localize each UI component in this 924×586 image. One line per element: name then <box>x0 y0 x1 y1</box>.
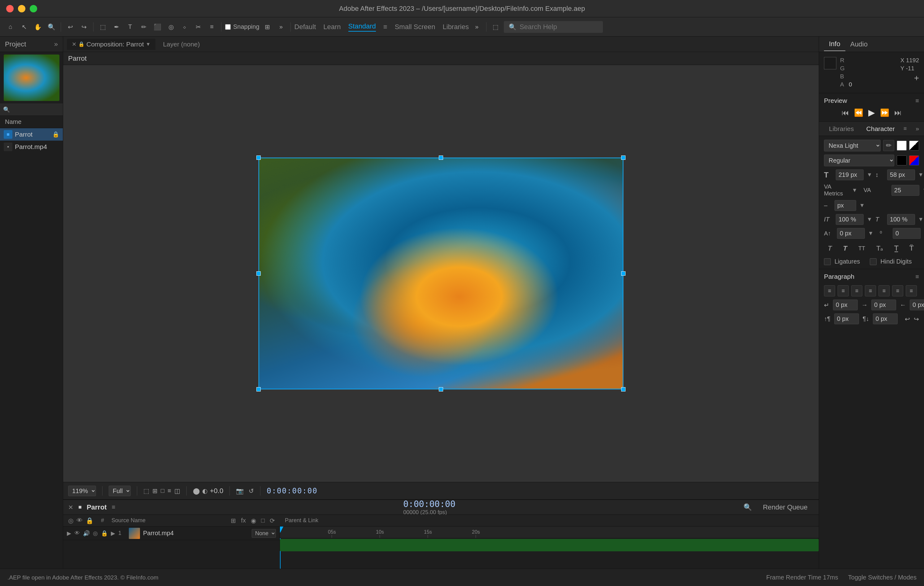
text-color-fill[interactable] <box>909 155 919 165</box>
dash-value[interactable]: px <box>835 200 856 211</box>
eraser-tool[interactable]: ◎ <box>165 21 177 33</box>
para-rtl2-icon[interactable]: ↪ <box>914 315 919 323</box>
info-color-swatch-main[interactable] <box>824 57 837 69</box>
text-color-black[interactable] <box>897 155 907 165</box>
workspace-more[interactable]: » <box>471 21 482 33</box>
tracking-arrow[interactable]: ▼ <box>922 187 924 193</box>
paragraph-menu-icon[interactable]: ≡ <box>915 273 919 280</box>
h-scale-value[interactable]: 100 % <box>836 214 864 225</box>
handle-top-left[interactable] <box>256 155 261 160</box>
project-expand[interactable]: » <box>54 40 58 48</box>
play-btn[interactable]: ▶ <box>868 107 875 118</box>
tl-solo-icon[interactable]: ◎ <box>68 517 73 524</box>
composition-viewer[interactable] <box>63 65 819 482</box>
tl-av-icon[interactable]: ⊞ <box>231 517 236 524</box>
rectangle-tool[interactable]: ⬚ <box>97 21 108 33</box>
tl-3d-icon[interactable]: □ <box>261 517 265 524</box>
comp-tab-menu-icon[interactable]: ▼ <box>146 41 151 47</box>
para-justify-center[interactable]: ≡ <box>878 285 889 296</box>
project-search-input[interactable] <box>10 106 60 113</box>
handle-mid-left[interactable] <box>256 271 261 276</box>
search-help-input[interactable] <box>520 23 598 31</box>
toggle-safe-zones-icon[interactable]: ◫ <box>174 487 180 495</box>
baseline-value[interactable]: 0 px <box>837 228 865 239</box>
style-bold[interactable]: T <box>839 243 851 254</box>
preview-menu-icon[interactable]: ≡ <box>915 97 919 104</box>
text-color-white[interactable] <box>897 140 907 150</box>
redo-tool[interactable]: ↪ <box>78 21 89 33</box>
tl-lock-track-icon[interactable]: 🔒 <box>101 530 108 537</box>
para-rtl-icon[interactable]: ↩ <box>905 315 910 323</box>
quality-select[interactable]: Full <box>109 486 131 496</box>
h-scale-arrow[interactable]: ▼ <box>867 216 872 223</box>
tl-shy-icon[interactable]: 👁 <box>76 517 82 524</box>
viewer-options[interactable]: ⬚ <box>490 21 501 33</box>
tl-close-icon[interactable]: ✕ <box>68 503 73 511</box>
tl-expand-icon[interactable]: ▶ <box>67 530 71 537</box>
para-justify-all[interactable]: ≡ <box>906 285 917 296</box>
font-style-select[interactable]: Regular <box>824 155 894 166</box>
tl-shy-track-icon[interactable]: ▶ <box>111 530 115 537</box>
text-tool[interactable]: T <box>124 21 135 33</box>
leading-arrow[interactable]: ▼ <box>918 172 924 178</box>
comp-tab-close-icon[interactable]: ✕ <box>72 41 76 48</box>
skip-back-btn[interactable]: ⏮ <box>842 108 849 117</box>
toggle-guides-icon[interactable]: ≡ <box>168 487 171 494</box>
clone-tool[interactable]: ⬛ <box>152 21 163 33</box>
info-plus-btn[interactable]: + <box>914 73 919 83</box>
para-align-left[interactable]: ≡ <box>824 285 835 296</box>
char-menu-icon[interactable]: ≡ <box>904 125 907 132</box>
handle-top-right[interactable] <box>621 155 625 160</box>
tl-search-icon[interactable]: 🔍 <box>744 503 752 511</box>
maximize-button[interactable] <box>30 5 37 12</box>
font-size-arrow[interactable]: ▼ <box>867 172 872 178</box>
quality-control[interactable]: Full <box>109 486 131 496</box>
roto-tool[interactable]: ⬦ <box>179 21 190 33</box>
shape-tool[interactable]: ≡ <box>206 21 217 33</box>
para-space-before-val[interactable]: 0 px <box>834 314 859 324</box>
ligatures-checkbox[interactable] <box>824 258 831 265</box>
para-justify-left[interactable]: ≡ <box>865 285 876 296</box>
project-item-parrot-mp4[interactable]: ▪ Parrot.mp4 <box>0 140 63 153</box>
brush-tool[interactable]: ✏ <box>138 21 149 33</box>
workspace-learn[interactable]: Learn <box>323 23 341 31</box>
snapping-checkbox[interactable] <box>225 24 231 30</box>
render-queue-tab[interactable]: Render Queue <box>757 501 814 514</box>
tl-visibility-icon[interactable]: 👁 <box>74 530 80 536</box>
workspace-libraries[interactable]: Libraries <box>443 23 469 31</box>
tab-audio[interactable]: Audio <box>845 38 873 51</box>
zoom-tool[interactable]: 🔍 <box>46 21 57 33</box>
para-align-center[interactable]: ≡ <box>838 285 849 296</box>
workspace-small-screen[interactable]: Small Screen <box>395 23 436 31</box>
puppet-tool[interactable]: ✂ <box>193 21 204 33</box>
leading-value[interactable]: 58 px <box>887 169 915 180</box>
undo-tool[interactable]: ↩ <box>65 21 76 33</box>
minimize-button[interactable] <box>18 5 25 12</box>
baseline-arrow[interactable]: ▼ <box>868 230 873 237</box>
status-toggle-switches[interactable]: Toggle Switches / Modes <box>848 574 917 581</box>
hand-tool[interactable]: ✋ <box>32 21 43 33</box>
tab-character[interactable]: Character <box>861 123 900 134</box>
home-tool[interactable]: ⌂ <box>5 21 16 33</box>
tl-solo-track-icon[interactable]: ◎ <box>93 530 98 537</box>
tl-lock-icon[interactable]: 🔒 <box>86 517 94 524</box>
more-tools[interactable]: » <box>276 21 287 33</box>
workspace-default[interactable]: Default <box>294 23 316 31</box>
style-allcaps[interactable]: TT <box>855 244 869 253</box>
step-back-btn[interactable]: ⏪ <box>854 108 863 117</box>
handle-top-mid[interactable] <box>439 155 443 160</box>
parent-link-select[interactable]: None <box>252 529 276 538</box>
style-sub[interactable]: T̈ <box>906 243 917 254</box>
handle-bot-left[interactable] <box>256 387 261 391</box>
tl-fx-icon[interactable]: fx <box>241 517 246 524</box>
handle-mid-right[interactable] <box>621 271 625 276</box>
search-help-box[interactable]: 🔍 <box>504 21 603 33</box>
tl-audio-icon[interactable]: 🔊 <box>83 530 90 537</box>
tl-sync-icon[interactable]: ⟳ <box>270 517 275 524</box>
para-align-right[interactable]: ≡ <box>851 285 862 296</box>
para-indent-right-val[interactable]: 0 px <box>871 299 896 310</box>
skip-fwd-btn[interactable]: ⏭ <box>894 108 902 117</box>
toggle-3d-icon[interactable]: □ <box>161 487 165 494</box>
style-smallcaps[interactable]: Tₐ <box>873 243 887 254</box>
dash-arrow[interactable]: ▼ <box>859 202 865 209</box>
